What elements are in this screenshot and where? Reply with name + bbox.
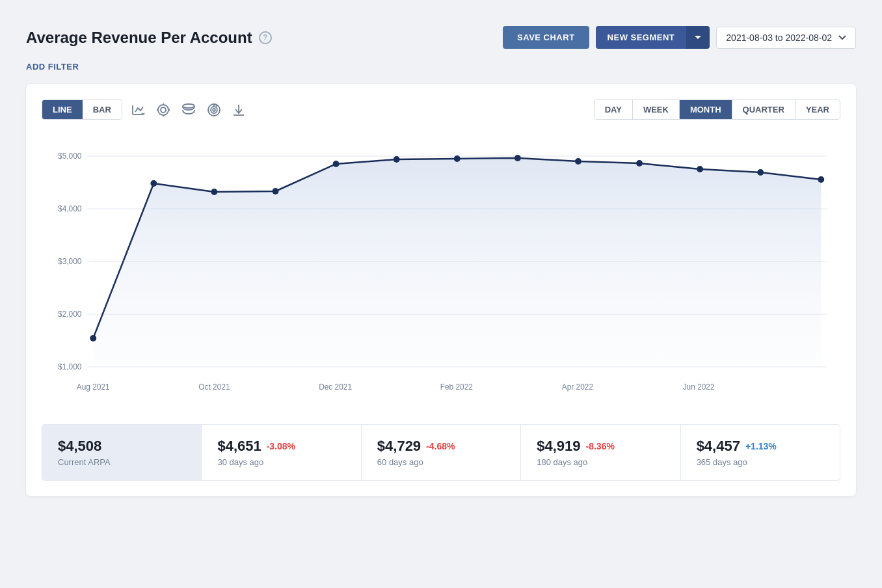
stats-row: $4,508 Current ARPA $4,651 -3.08% 30 day… [42, 424, 840, 481]
svg-point-46 [757, 169, 764, 176]
add-filter-button[interactable]: ADD FILTER [26, 62, 79, 72]
page-title-text: Average Revenue Per Account [26, 29, 252, 47]
period-day-button[interactable]: DAY [595, 100, 633, 119]
stat-label-30d: 30 days ago [217, 457, 345, 467]
svg-text:Feb 2022: Feb 2022 [440, 382, 474, 392]
svg-point-13 [213, 109, 215, 111]
stat-value-365d: $4,457 +1.13% [697, 438, 824, 455]
stat-card-current: $4,508 Current ARPA [42, 425, 202, 480]
chart-period-group: DAY WEEK MONTH QUARTER YEAR [594, 100, 840, 120]
svg-point-47 [818, 176, 824, 183]
stat-card-180d: $4,919 -8.36% 180 days ago [521, 425, 680, 480]
chevron-down-icon [694, 35, 702, 40]
stat-label-current: Current ARPA [58, 457, 185, 467]
chart-type-line-button[interactable]: LINE [42, 100, 83, 119]
stat-change-60d: -4.68% [426, 441, 455, 451]
filter-row: ADD FILTER [26, 60, 856, 72]
download-icon-button[interactable] [232, 103, 246, 117]
stat-value-60d: $4,729 -4.68% [377, 438, 505, 455]
new-segment-dropdown-button[interactable] [686, 26, 710, 49]
svg-text:$4,000: $4,000 [58, 204, 82, 213]
header-row: Average Revenue Per Account ? SAVE CHART… [26, 26, 856, 49]
period-month-button[interactable]: MONTH [680, 100, 732, 119]
svg-point-38 [273, 188, 279, 194]
page-container: Average Revenue Per Account ? SAVE CHART… [13, 13, 869, 509]
chart-toolbar: LINE BAR [42, 100, 840, 120]
svg-text:Oct 2021: Oct 2021 [198, 382, 230, 392]
svg-point-41 [454, 155, 461, 162]
chart-type-bar-button[interactable]: BAR [83, 100, 122, 119]
header-actions: SAVE CHART NEW SEGMENT 2021-08-03 to 202… [503, 26, 856, 49]
page-title: Average Revenue Per Account ? [26, 29, 272, 47]
svg-point-43 [575, 158, 581, 165]
stat-value-30d: $4,651 -3.08% [217, 438, 345, 455]
svg-point-36 [150, 180, 157, 187]
stat-label-180d: 180 days ago [537, 457, 664, 467]
period-quarter-button[interactable]: QUARTER [732, 100, 795, 119]
chart-toolbar-left: LINE BAR [42, 100, 246, 120]
new-segment-button[interactable]: NEW SEGMENT [596, 26, 687, 49]
settings-icon-button[interactable] [156, 103, 170, 117]
svg-text:$5,000: $5,000 [58, 152, 82, 161]
stat-card-60d: $4,729 -4.68% 60 days ago [362, 425, 521, 480]
svg-point-45 [697, 166, 703, 172]
svg-point-12 [211, 107, 217, 113]
chart-card: LINE BAR [26, 84, 856, 496]
target-icon-button[interactable] [207, 103, 221, 117]
svg-text:Dec 2021: Dec 2021 [319, 382, 352, 392]
svg-text:Jun 2022: Jun 2022 [683, 382, 715, 392]
stat-change-365d: +1.13% [745, 441, 777, 451]
stack-icon-button[interactable] [181, 103, 196, 116]
line-chart: $5,000 $4,000 $3,000 $2,000 $1,000 Aug 2… [42, 133, 840, 406]
svg-point-44 [636, 160, 643, 167]
stat-card-365d: $4,457 +1.13% 365 days ago [681, 425, 840, 480]
stat-card-30d: $4,651 -3.08% 30 days ago [202, 425, 361, 480]
download-icon [232, 103, 246, 117]
new-segment-group: NEW SEGMENT [596, 26, 710, 49]
svg-marker-34 [93, 158, 821, 367]
period-week-button[interactable]: WEEK [633, 100, 680, 119]
settings-icon [156, 103, 170, 117]
period-year-button[interactable]: YEAR [795, 100, 840, 119]
help-icon[interactable]: ? [259, 31, 272, 44]
svg-point-40 [394, 156, 400, 163]
svg-text:Aug 2021: Aug 2021 [77, 382, 110, 392]
axes-icon-button[interactable] [130, 103, 146, 117]
svg-point-10 [183, 104, 194, 108]
stat-label-365d: 365 days ago [697, 457, 824, 467]
chart-icons [130, 103, 246, 117]
date-range-selector[interactable]: 2021-08-03 to 2022-08-02 [716, 27, 856, 49]
chevron-down-icon [838, 35, 846, 40]
date-range-text: 2021-08-03 to 2022-08-02 [726, 33, 832, 43]
svg-text:Apr 2022: Apr 2022 [562, 382, 594, 392]
svg-point-35 [90, 335, 96, 341]
stat-label-60d: 60 days ago [377, 457, 505, 467]
stat-value-current: $4,508 [58, 438, 185, 455]
target-icon [207, 103, 221, 117]
stat-change-180d: -8.36% [586, 441, 615, 451]
svg-text:$2,000: $2,000 [58, 310, 82, 319]
svg-point-5 [161, 107, 166, 113]
svg-line-15 [216, 105, 217, 107]
axes-icon [130, 103, 146, 117]
svg-point-4 [158, 105, 168, 115]
stat-value-180d: $4,919 -8.36% [537, 438, 664, 455]
chart-type-group: LINE BAR [42, 100, 122, 120]
svg-text:$1,000: $1,000 [58, 362, 82, 371]
svg-point-42 [514, 155, 521, 161]
svg-point-39 [333, 161, 340, 167]
chart-svg-container: $5,000 $4,000 $3,000 $2,000 $1,000 Aug 2… [42, 133, 840, 408]
svg-text:$3,000: $3,000 [58, 257, 82, 266]
stack-icon [181, 103, 196, 116]
stat-change-30d: -3.08% [267, 441, 295, 451]
save-chart-button[interactable]: SAVE CHART [503, 26, 589, 49]
svg-point-37 [211, 189, 217, 195]
